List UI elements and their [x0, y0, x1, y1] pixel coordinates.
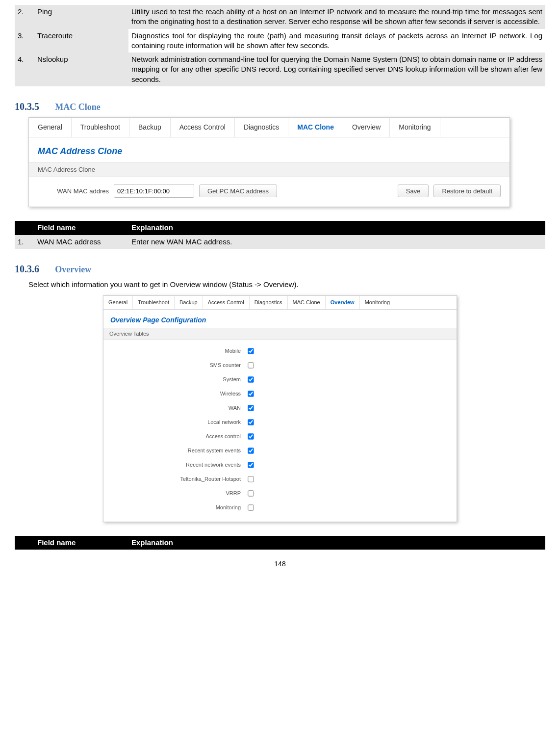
mac-tab[interactable]: Overview	[343, 118, 390, 137]
get-pc-mac-button[interactable]: Get PC MAC address	[199, 184, 277, 197]
row-num: 1.	[15, 235, 34, 249]
overview-screenshot: GeneralTroubleshootBackupAccess ControlD…	[103, 295, 457, 522]
col-blank	[15, 221, 34, 235]
ov-tabbar: GeneralTroubleshootBackupAccess ControlD…	[103, 296, 457, 310]
col-explanation: Explanation	[128, 221, 545, 235]
overview-option-row: VRRP	[103, 486, 457, 501]
section-title: Overview	[55, 264, 91, 274]
overview-option-label: Local network	[103, 419, 246, 426]
overview-option-checkbox[interactable]	[248, 504, 254, 510]
ov-tab[interactable]: Monitoring	[360, 296, 395, 309]
ov-tab[interactable]: Troubleshoot	[133, 296, 175, 309]
section-heading-overview: 10.3.6 Overview	[15, 263, 545, 276]
overview-option-checkbox[interactable]	[248, 419, 254, 425]
save-button[interactable]: Save	[398, 184, 429, 197]
row-num: 2.	[15, 5, 34, 29]
row-num: 3.	[15, 29, 34, 53]
ov-panel-subhead: Overview Tables	[103, 328, 457, 340]
overview-option-label: Recent system events	[103, 447, 246, 454]
section-number: 10.3.5	[15, 101, 39, 112]
overview-option-label: Wireless	[103, 390, 246, 397]
mac-tab[interactable]: MAC Clone	[288, 118, 343, 137]
overview-option-checkbox[interactable]	[248, 462, 254, 468]
overview-option-checkbox[interactable]	[248, 362, 254, 368]
mac-tab[interactable]: Access Control	[171, 118, 235, 137]
mac-tab[interactable]: Backup	[129, 118, 171, 137]
col-field-name: Field name	[34, 221, 128, 235]
mac-form-row: WAN MAC addres Get PC MAC address Save R…	[29, 177, 509, 207]
overview-option-checkbox[interactable]	[248, 490, 254, 496]
overview-option-row: Monitoring	[103, 501, 457, 515]
page-number: 148	[15, 559, 545, 569]
overview-option-label: Access control	[103, 433, 246, 440]
mac-field-table: Field name Explanation 1. WAN MAC addres…	[15, 221, 545, 249]
overview-option-label: WAN	[103, 404, 246, 412]
mac-tab[interactable]: General	[29, 118, 72, 137]
ov-tab[interactable]: Backup	[175, 296, 203, 309]
overview-option-row: System	[103, 372, 457, 387]
overview-option-label: Mobile	[103, 347, 246, 355]
overview-option-row: Wireless	[103, 387, 457, 401]
overview-option-row: Local network	[103, 415, 457, 429]
overview-option-checkbox[interactable]	[248, 391, 254, 396]
row-name: Ping	[34, 5, 128, 29]
row-name: Nslookup	[34, 53, 128, 86]
overview-option-checkbox[interactable]	[248, 405, 254, 411]
section-heading-mac-clone: 10.3.5 MAC Clone	[15, 100, 545, 113]
overview-option-row: SMS counter	[103, 358, 457, 372]
row-desc: Enter new WAN MAC address.	[128, 235, 545, 249]
overview-option-checkbox[interactable]	[248, 376, 254, 382]
ov-tab[interactable]: Overview	[326, 296, 360, 309]
section-title: MAC Clone	[55, 102, 101, 112]
mac-tab[interactable]: Troubleshoot	[72, 118, 129, 137]
overview-option-row: Access control	[103, 429, 457, 444]
ov-tab[interactable]: General	[103, 296, 133, 309]
overview-option-checkbox[interactable]	[248, 433, 254, 439]
row-desc: Utility used to test the reach ability o…	[128, 5, 545, 29]
overview-option-row: WAN	[103, 401, 457, 415]
ov-tab[interactable]: Diagnostics	[250, 296, 288, 309]
overview-option-checkbox[interactable]	[248, 476, 254, 482]
ov-checkbox-rows: MobileSMS counterSystemWirelessWANLocal …	[103, 340, 457, 522]
overview-option-label: VRRP	[103, 490, 246, 497]
overview-option-row: Recent network events	[103, 458, 457, 472]
diagnostics-table: 2.PingUtility used to test the reach abi…	[15, 5, 545, 86]
section-number: 10.3.6	[15, 264, 39, 274]
overview-option-row: Recent system events	[103, 444, 457, 458]
mac-panel-subhead: MAC Address Clone	[29, 162, 509, 178]
overview-option-checkbox[interactable]	[248, 448, 254, 453]
overview-option-row: Teltonika_Router Hotspot	[103, 472, 457, 486]
wan-mac-label: WAN MAC addres	[38, 187, 109, 196]
overview-option-label: Monitoring	[103, 504, 246, 511]
overview-option-row: Mobile	[103, 344, 457, 358]
overview-option-label: Recent network events	[103, 461, 246, 469]
ov-tab[interactable]: MAC Clone	[288, 296, 326, 309]
overview-intro-text: Select which information you want to get…	[28, 280, 545, 290]
overview-option-label: Teltonika_Router Hotspot	[103, 475, 246, 483]
row-desc: Network administration command-line tool…	[128, 53, 545, 86]
bottom-field-table: Field name Explanation	[15, 536, 545, 550]
row-name: Traceroute	[34, 29, 128, 53]
wan-mac-input[interactable]	[114, 184, 194, 198]
overview-option-label: SMS counter	[103, 362, 246, 369]
mac-clone-screenshot: GeneralTroubleshootBackupAccess ControlD…	[28, 117, 510, 208]
row-desc: Diagnostics tool for displaying the rout…	[128, 29, 545, 53]
row-num: 4.	[15, 53, 34, 86]
ov-tab[interactable]: Access Control	[203, 296, 250, 309]
restore-default-button[interactable]: Restore to default	[433, 184, 501, 197]
col-field-name: Field name	[34, 536, 128, 550]
mac-panel-title: MAC Address Clone	[29, 137, 509, 162]
col-blank	[15, 536, 34, 550]
overview-option-checkbox[interactable]	[248, 348, 254, 354]
col-explanation: Explanation	[128, 536, 545, 550]
ov-panel-title: Overview Page Configuration	[103, 310, 457, 328]
overview-option-label: System	[103, 376, 246, 383]
mac-tab[interactable]: Monitoring	[390, 118, 440, 137]
mac-tab[interactable]: Diagnostics	[235, 118, 288, 137]
row-field-name: WAN MAC address	[34, 235, 128, 249]
mac-tabbar: GeneralTroubleshootBackupAccess ControlD…	[29, 118, 509, 137]
